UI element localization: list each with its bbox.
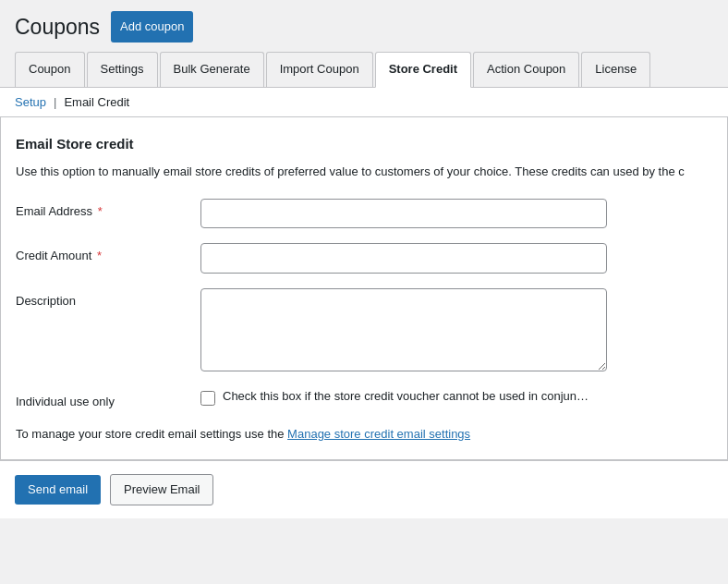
breadcrumb-separator: | <box>54 95 56 109</box>
breadcrumb-current: Email Credit <box>64 95 129 109</box>
credit-amount-row: Credit Amount * <box>16 243 712 273</box>
section-description: Use this option to manually email store … <box>16 163 712 181</box>
tab-license[interactable]: License <box>581 52 650 87</box>
individual-use-row: Individual use only Check this box if th… <box>16 389 712 408</box>
required-star-amount: * <box>97 249 102 262</box>
credit-amount-field <box>200 243 712 273</box>
tab-store-credit[interactable]: Store Credit <box>375 52 471 88</box>
page-title: Coupons <box>15 15 100 40</box>
tab-bulk-generate[interactable]: Bulk Generate <box>160 52 264 87</box>
tab-coupon[interactable]: Coupon <box>15 52 85 87</box>
settings-link-row: To manage your store credit email settin… <box>16 427 712 441</box>
credit-amount-label: Credit Amount * <box>16 243 200 262</box>
add-coupon-button[interactable]: Add coupon <box>111 11 193 43</box>
settings-link-prefix: To manage your store credit email settin… <box>16 427 284 441</box>
breadcrumb-setup-link[interactable]: Setup <box>15 95 46 109</box>
description-field <box>200 288 712 374</box>
email-address-label: Email Address * <box>16 199 200 218</box>
individual-use-checkbox-container: Check this box if the store credit vouch… <box>200 389 712 406</box>
email-address-field <box>200 199 712 228</box>
section-title: Email Store credit <box>16 136 712 152</box>
individual-use-field: Check this box if the store credit vouch… <box>200 389 712 406</box>
required-star-email: * <box>98 204 103 218</box>
preview-email-button[interactable]: Preview Email <box>110 474 213 506</box>
manage-settings-link[interactable]: Manage store credit email settings <box>287 427 470 441</box>
individual-use-checkbox[interactable] <box>200 391 215 406</box>
description-row: Description <box>16 288 712 374</box>
send-email-button[interactable]: Send email <box>15 475 101 505</box>
email-credit-form: Email Address * Credit Amount * D <box>16 199 712 408</box>
tabs-nav: Coupon Settings Bulk Generate Import Cou… <box>0 52 728 88</box>
description-textarea[interactable] <box>200 288 607 371</box>
tab-action-coupon[interactable]: Action Coupon <box>473 52 579 87</box>
description-label: Description <box>16 288 200 308</box>
tab-import-coupon[interactable]: Import Coupon <box>266 52 373 87</box>
email-address-input[interactable] <box>200 199 607 228</box>
breadcrumb: Setup | Email Credit <box>0 88 728 117</box>
page-header: Coupons Add coupon <box>0 0 728 52</box>
email-address-row: Email Address * <box>16 199 712 228</box>
main-content: Email Store credit Use this option to ma… <box>0 117 728 460</box>
individual-use-checkbox-label: Check this box if the store credit vouch… <box>223 389 592 403</box>
tab-settings[interactable]: Settings <box>87 52 158 87</box>
footer-bar: Send email Preview Email <box>0 460 728 519</box>
individual-use-label: Individual use only <box>16 389 200 408</box>
credit-amount-input[interactable] <box>200 243 607 273</box>
